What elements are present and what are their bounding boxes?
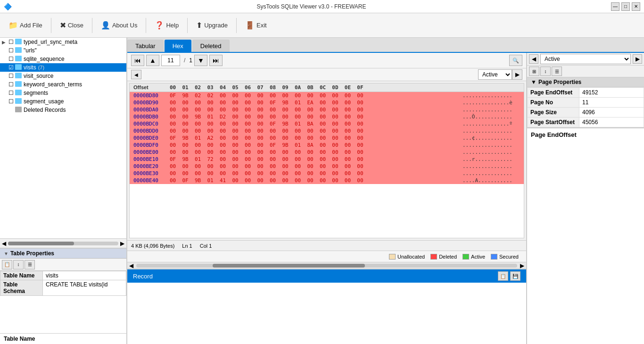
table-icon: [15, 73, 23, 79]
table-row: Page Size 4096: [528, 108, 644, 117]
tree-item-keyword-search[interactable]: ☐ keyword_search_terms: [0, 80, 126, 89]
checkbox[interactable]: ☐: [8, 73, 15, 79]
tree-item-visit-source[interactable]: ☐ visit_source: [0, 72, 126, 80]
rp-tool-grid[interactable]: ⊞: [529, 67, 539, 76]
first-page-button[interactable]: ⏮: [131, 55, 144, 66]
prop-key: Page StartOffset: [528, 117, 579, 127]
page-endoffset-section: Page EndOffset: [527, 127, 644, 141]
record-save-btn[interactable]: 💾: [510, 271, 520, 281]
dropdown-nav-btn[interactable]: ▶: [512, 69, 522, 80]
scroll-right-icon[interactable]: ▶: [120, 240, 124, 247]
tab-hex[interactable]: Hex: [165, 40, 191, 52]
checkbox[interactable]: ☐: [8, 90, 15, 96]
record-copy-btn[interactable]: 📋: [498, 271, 508, 281]
prev-page-button[interactable]: ▲: [146, 55, 159, 66]
rp-nav-prev[interactable]: ◀: [529, 54, 538, 64]
prop-value-pagesize: 4096: [579, 108, 644, 117]
tree-item-segments[interactable]: ☐ segments: [0, 89, 126, 97]
tree-label: sqlite_sequence: [24, 56, 65, 62]
toolbar-separator: [51, 18, 51, 33]
collapse-icon[interactable]: ▼: [531, 79, 537, 85]
tree-item-urls[interactable]: ☐ "urls": [0, 46, 126, 55]
close-button[interactable]: ✕: [632, 2, 640, 11]
horizontal-scroll-stub[interactable]: ◀ ▶: [127, 262, 526, 268]
tree-label: "urls": [24, 47, 37, 54]
prop-value-endoffset: 49152: [579, 88, 644, 98]
secured-swatch: [491, 254, 497, 260]
about-us-button[interactable]: 👤 About Us: [96, 19, 142, 32]
close-button-toolbar[interactable]: ✖ Close: [55, 19, 88, 32]
page-number-input[interactable]: [161, 55, 180, 66]
scroll-left-icon[interactable]: ◀: [129, 262, 133, 269]
active-select[interactable]: Active Deleted All: [478, 69, 512, 80]
last-page-button[interactable]: ⏭: [209, 55, 223, 66]
hex-row: 0000BDC0 00 00 00 00 00 00 00 00 0F 9B 0…: [130, 120, 524, 127]
expand-icon[interactable]: ▶: [2, 40, 8, 45]
hex-nav-prev-btn[interactable]: ◀: [131, 70, 141, 79]
tree-item-sqlite-sequence[interactable]: ☐ sqlite_sequence: [0, 55, 126, 63]
record-header: Record 📋 💾: [127, 269, 526, 283]
collapse-icon[interactable]: ▼: [4, 251, 8, 256]
rp-tool-list[interactable]: ☰: [552, 67, 562, 76]
props-btn-3[interactable]: ☰: [25, 260, 35, 269]
checkbox[interactable]: ☐: [8, 81, 15, 88]
tree-label: Deleted Records: [24, 107, 66, 113]
middle-area: ⏮ ▲ / 1 ▼ ⏭ 🔍 ◀ Active Dele: [127, 53, 526, 344]
rp-active-select[interactable]: Active Deleted All: [540, 54, 631, 64]
tree-view: ▶ ☐ typed_url_sync_meta ☐ "urls" ☐ sqlit…: [0, 38, 126, 239]
tree-item-typed-url-sync-meta[interactable]: ▶ ☐ typed_url_sync_meta: [0, 38, 126, 46]
hex-row: 0000BE20 00 00 00 00 00 00 00 00 00 00 0…: [130, 163, 524, 170]
legend-deleted: Deleted: [430, 254, 457, 260]
help-button[interactable]: ❓ Help: [150, 19, 183, 32]
checkbox[interactable]: ☐: [8, 98, 15, 105]
hex-header: Offset 00 01 02 03 04 05 06 07 08 09 0A …: [130, 84, 524, 92]
tree-label: typed_url_sync_meta: [24, 39, 77, 45]
next-page-button[interactable]: ▼: [194, 55, 207, 66]
deleted-swatch: [430, 254, 437, 260]
active-swatch: [462, 254, 469, 260]
tab-deleted[interactable]: Deleted: [192, 40, 230, 52]
main-layout: ▶ ☐ typed_url_sync_meta ☐ "urls" ☐ sqlit…: [0, 38, 644, 344]
scroll-right-icon[interactable]: ▶: [520, 262, 524, 269]
hex-row: 0000BD90 00 00 00 00 00 00 00 00 0F 9B 0…: [130, 99, 524, 106]
navigation-bar: ⏮ ▲ / 1 ▼ ⏭ 🔍: [127, 53, 526, 68]
upgrade-button[interactable]: ⬆ Upgrade: [191, 19, 232, 32]
prop-key: Table Name: [0, 271, 43, 280]
tree-count: (7): [38, 65, 44, 70]
add-file-icon: 📁: [8, 21, 18, 30]
table-row: Page EndOffset 49152: [528, 88, 644, 98]
tree-item-deleted-records[interactable]: Deleted Records: [0, 106, 126, 114]
hex-tool-icon[interactable]: 🔍: [509, 55, 522, 66]
unallocated-swatch: [389, 254, 396, 260]
table-row: Table Name visits: [0, 271, 126, 280]
maximize-button[interactable]: □: [621, 2, 630, 11]
tab-tabular[interactable]: Tabular: [127, 40, 164, 52]
minimize-button[interactable]: —: [611, 2, 619, 11]
props-btn-1[interactable]: 📋: [2, 260, 12, 269]
hex-body: 0000BD80 0F 9B 02 02 00 00 00 00 00 00 0…: [130, 92, 524, 238]
checkbox[interactable]: ☐: [8, 47, 15, 54]
table-icon: [15, 90, 23, 96]
app-title: SysTools SQLite Viewer v3.0 - FREEWARE: [12, 3, 611, 10]
rp-nav-bar: ◀ Active Deleted All ▶: [527, 53, 644, 66]
tree-item-segment-usage[interactable]: ☐ segment_usage: [0, 97, 126, 106]
legend-label-active: Active: [471, 254, 485, 260]
rp-nav-next[interactable]: ▶: [633, 54, 642, 64]
checkbox[interactable]: ☑: [8, 64, 15, 71]
tree-item-visits[interactable]: ☑ visits (7): [0, 63, 126, 72]
table-icon: [15, 98, 23, 105]
bottom-table-name-label: Table Name: [0, 333, 126, 344]
hex-row: 0000BE00 00 00 00 00 00 00 00 00 00 00 0…: [130, 149, 524, 156]
props-btn-2[interactable]: ↕: [13, 260, 24, 269]
rp-tool-sort[interactable]: ↕: [540, 67, 551, 76]
upgrade-icon: ⬆: [196, 21, 202, 30]
props-toolbar: 📋 ↕ ☰: [0, 259, 126, 271]
left-panel: ▶ ☐ typed_url_sync_meta ☐ "urls" ☐ sqlit…: [0, 38, 127, 344]
hex-offset-header: Offset: [130, 84, 170, 91]
page-properties-header: ▼ Page Properties: [527, 77, 644, 87]
checkbox[interactable]: ☐: [8, 56, 15, 62]
scroll-left-icon[interactable]: ◀: [2, 240, 6, 247]
exit-button[interactable]: 🚪 Exit: [240, 19, 272, 32]
checkbox[interactable]: ☐: [8, 39, 15, 45]
add-file-button[interactable]: 📁 Add File: [4, 19, 47, 32]
